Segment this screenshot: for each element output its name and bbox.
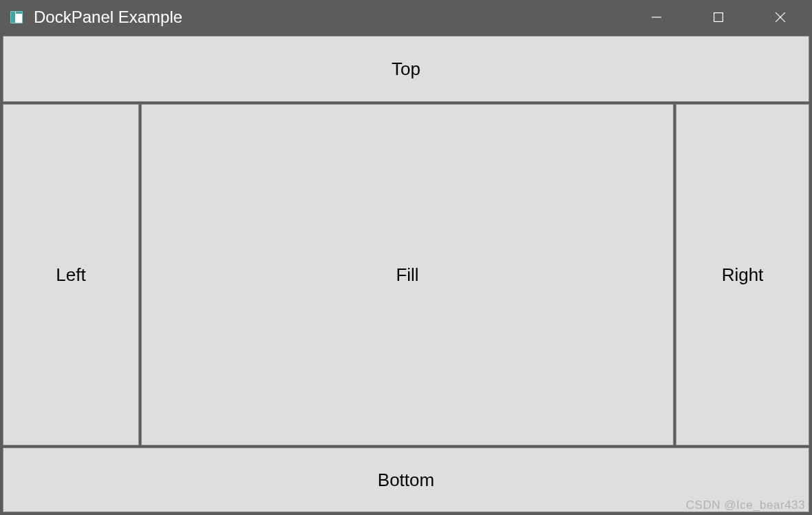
panel-label: Bottom (378, 470, 434, 491)
dock-left-panel[interactable]: Left (3, 104, 139, 445)
dock-right-panel[interactable]: Right (676, 104, 809, 445)
svg-rect-1 (11, 12, 15, 23)
panel-label: Left (56, 264, 85, 286)
dock-top-panel[interactable]: Top (3, 36, 809, 102)
close-button[interactable] (749, 1, 811, 34)
titlebar[interactable]: DockPanel Example (1, 1, 811, 34)
app-icon (9, 10, 24, 25)
window-controls (626, 1, 811, 34)
dock-fill-panel[interactable]: Fill (141, 104, 674, 445)
minimize-button[interactable] (626, 1, 687, 34)
panel-label: Right (722, 264, 764, 286)
svg-rect-2 (16, 12, 22, 14)
svg-rect-4 (714, 13, 723, 22)
window-title: DockPanel Example (34, 8, 626, 27)
dock-panel: Top Left Fill Right Bottom (1, 34, 811, 514)
application-window: DockPanel Example Top (0, 0, 812, 515)
panel-label: Top (392, 59, 420, 80)
dock-middle-row: Left Fill Right (3, 104, 809, 445)
dock-bottom-panel[interactable]: Bottom (3, 448, 809, 512)
panel-label: Fill (396, 264, 418, 286)
maximize-button[interactable] (687, 1, 749, 34)
